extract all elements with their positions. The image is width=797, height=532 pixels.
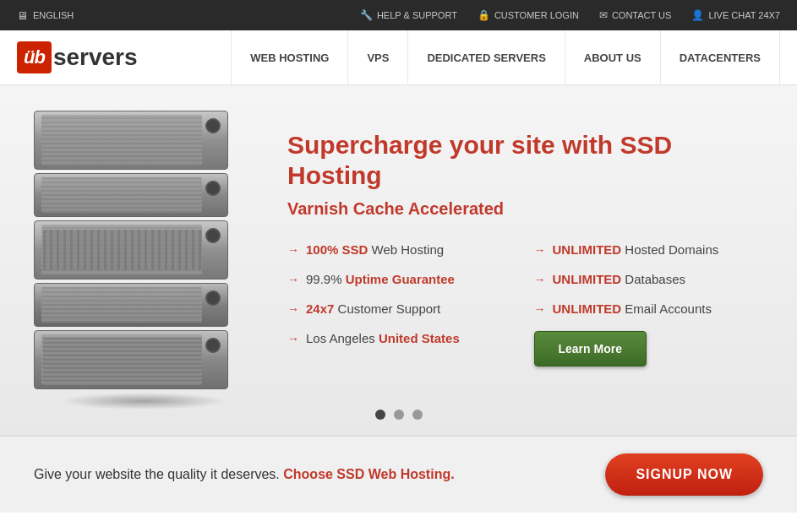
bottom-cta: Give your website the quality it deserve… (0, 436, 797, 513)
wrench-icon: 🔧 (360, 9, 373, 21)
cta-text: Give your website the quality it deserve… (34, 467, 455, 482)
feature-ssd-highlight: 100% SSD (306, 242, 368, 257)
feature-databases-text: Databases (621, 272, 685, 286)
dot-1[interactable] (375, 410, 385, 420)
main-nav: WEB HOSTING VPS DEDICATED SERVERS ABOUT … (231, 30, 780, 84)
cta-static-text: Give your website the quality it deserve… (34, 467, 283, 481)
logo-text: servers (53, 44, 138, 71)
feature-uptime-highlight: Uptime Guarantee (346, 272, 455, 286)
header: üb servers WEB HOSTING VPS DEDICATED SER… (0, 30, 797, 85)
arrow-icon-6: → (534, 273, 546, 286)
feature-databases: → UNLIMITED Databases (534, 272, 764, 286)
help-support-link[interactable]: 🔧 HELP & SUPPORT (360, 9, 457, 21)
arrow-icon-1: → (287, 243, 299, 257)
feature-support-highlight: 24x7 (306, 301, 334, 316)
server-unit-3 (34, 220, 228, 280)
hero-content: Supercharge your site with SSD Hosting V… (287, 130, 763, 390)
mail-icon: ✉ (599, 9, 608, 21)
top-bar: 🖥 ENGLISH 🔧 HELP & SUPPORT 🔒 CUSTOMER LO… (0, 0, 797, 30)
server-image (34, 111, 254, 410)
dot-3[interactable] (412, 410, 423, 420)
feature-domains-highlight: UNLIMITED (553, 242, 622, 257)
hero-section: Supercharge your site with SSD Hosting V… (0, 85, 797, 436)
arrow-icon-4: → (287, 332, 299, 345)
nav-datacenters[interactable]: DATACENTERS (660, 30, 780, 85)
hero-title: Supercharge your site with SSD Hosting (287, 130, 763, 191)
top-bar-links: 🔧 HELP & SUPPORT 🔒 CUSTOMER LOGIN ✉ CONT… (360, 9, 780, 21)
feature-col-left: → 100% SSD Web Hosting → 99.9% Uptime Gu… (287, 242, 517, 366)
nav-about-us[interactable]: ABOUT US (565, 30, 660, 85)
signup-button[interactable]: SIGNUP NOW (605, 453, 763, 496)
nav-vps[interactable]: VPS (347, 30, 407, 85)
server-shadow (59, 393, 228, 410)
feature-databases-highlight: UNLIMITED (553, 272, 622, 286)
feature-support-text: Customer Support (334, 301, 440, 316)
nav-dedicated-servers[interactable]: DEDICATED SERVERS (407, 30, 564, 85)
logo[interactable]: üb servers (17, 41, 138, 73)
arrow-icon-3: → (287, 302, 299, 316)
logo-box: üb (17, 41, 52, 73)
person-icon: 👤 (691, 9, 704, 21)
feature-location: → Los Angeles United States (287, 331, 517, 345)
uptime-static: 99.9% (306, 272, 346, 286)
hero-subtitle: Varnish Cache Accelerated (287, 199, 763, 219)
feature-email-text: Email Accounts (621, 301, 712, 316)
live-chat-link[interactable]: 👤 LIVE CHAT 24X7 (691, 9, 780, 21)
server-unit-1 (34, 111, 228, 170)
slider-dots (375, 410, 423, 420)
nav-web-hosting[interactable]: WEB HOSTING (231, 30, 347, 85)
arrow-icon-7: → (534, 302, 546, 316)
location-static: Los Angeles (306, 331, 379, 345)
feature-ssd: → 100% SSD Web Hosting (287, 242, 517, 257)
learn-more-button[interactable]: Learn More (534, 331, 647, 366)
customer-login-link[interactable]: 🔒 CUSTOMER LOGIN (478, 9, 579, 21)
language-label: ENGLISH (33, 10, 74, 20)
top-bar-language: 🖥 ENGLISH (17, 9, 74, 22)
dot-2[interactable] (394, 410, 404, 420)
feature-email-highlight: UNLIMITED (553, 301, 622, 316)
feature-uptime: → 99.9% Uptime Guarantee (287, 272, 517, 286)
lock-icon: 🔒 (478, 9, 490, 21)
hero-title-static: Supercharge your site with (287, 131, 620, 159)
feature-ssd-text: Web Hosting (368, 242, 444, 257)
feature-col-right: → UNLIMITED Hosted Domains → UNLIMITED D… (534, 242, 764, 366)
server-unit-2 (34, 173, 228, 217)
server-stack (34, 111, 254, 389)
contact-us-link[interactable]: ✉ CONTACT US (599, 9, 672, 21)
feature-domains: → UNLIMITED Hosted Domains (534, 242, 764, 257)
feature-email: → UNLIMITED Email Accounts (534, 301, 764, 316)
server-unit-5 (34, 330, 228, 389)
features-grid: → 100% SSD Web Hosting → 99.9% Uptime Gu… (287, 242, 763, 366)
location-link[interactable]: United States (379, 331, 460, 345)
feature-domains-text: Hosted Domains (621, 242, 718, 257)
arrow-icon-5: → (534, 243, 546, 257)
cta-link[interactable]: Choose SSD Web Hosting. (283, 467, 454, 481)
server-unit-4 (34, 283, 228, 327)
feature-support: → 24x7 Customer Support (287, 301, 517, 316)
arrow-icon-2: → (287, 273, 299, 286)
